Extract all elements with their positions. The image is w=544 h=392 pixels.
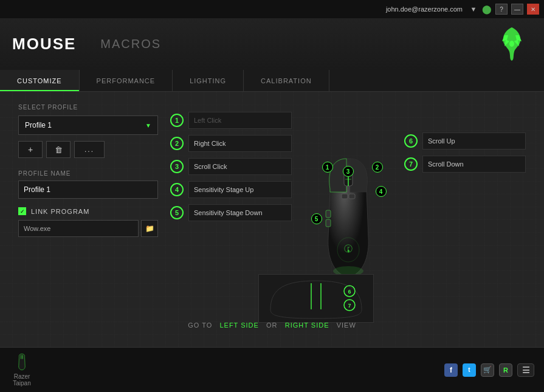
main-content: SELECT PROFILE Profile 1 ▼ + 🗑 ... PROFI…: [0, 92, 544, 347]
button-num-1: 1: [170, 114, 184, 127]
svg-rect-9: [326, 219, 331, 227]
profile-value: Profile 1: [25, 121, 52, 129]
goto-or: OR: [266, 322, 278, 329]
button-label-1[interactable]: Left Click: [188, 112, 292, 129]
right-button-row-6: 6 Scroll Up: [404, 131, 526, 151]
button-row-4: 4 Sensitivity Stage Up: [170, 179, 292, 200]
right-button-label-7[interactable]: Scroll Down: [422, 156, 526, 173]
button-label-4[interactable]: Sensitivity Stage Up: [188, 181, 292, 198]
profile-select[interactable]: Profile 1 ▼: [18, 115, 158, 135]
tab-customize[interactable]: CUSTOMIZE: [0, 70, 80, 91]
program-input[interactable]: [18, 220, 139, 237]
device-icon: Razer Taipan: [10, 353, 34, 387]
goto-left-link[interactable]: LEFT SIDE: [219, 322, 258, 329]
mouse-image-area: ✦ ⓡ 1 2 3 4 5 6: [304, 104, 392, 335]
svg-rect-8: [326, 210, 331, 218]
svg-rect-7: [349, 194, 355, 199]
bottom-right: f t 🛒 R ☰: [444, 363, 534, 377]
top-bar: john.doe@razerzone.com ▼ ⬤ ? — ✕: [0, 0, 544, 18]
macros-title[interactable]: MACROS: [100, 37, 161, 51]
profile-name-label: PROFILE NAME: [18, 170, 158, 177]
link-program-label: LINK PROGRAM: [31, 208, 89, 215]
mouse-button-5: 5: [311, 213, 322, 224]
right-button-label-6[interactable]: Scroll Up: [422, 132, 526, 150]
button-row-5: 5 Sensitivity Stage Down: [170, 202, 292, 223]
header: MOUSE MACROS: [0, 18, 544, 70]
device-name: Razer Taipan: [10, 373, 34, 387]
button-label-2[interactable]: Right Click: [188, 135, 292, 152]
button-label-3[interactable]: Scroll Click: [188, 158, 292, 175]
goto-prefix: GO TO: [188, 322, 212, 329]
device-mini-icon: [13, 353, 31, 371]
button-row-2: 2 Right Click: [170, 133, 292, 154]
button-label-5[interactable]: Sensitivity Stage Down: [188, 204, 292, 221]
mouse-button-2: 2: [372, 162, 383, 173]
profile-buttons: + 🗑 ...: [18, 141, 158, 158]
svg-point-0: [509, 41, 514, 47]
goto-suffix: VIEW: [337, 322, 356, 329]
button-num-2: 2: [170, 137, 184, 150]
left-panel: SELECT PROFILE Profile 1 ▼ + 🗑 ... PROFI…: [18, 104, 158, 335]
right-button-row-7: 7 Scroll Down: [404, 154, 526, 174]
mouse-diagram: ✦ ⓡ 1 2 3 4 5: [309, 153, 388, 286]
button-row-1: 1 Left Click: [170, 110, 292, 131]
delete-profile-button[interactable]: 🗑: [46, 141, 71, 158]
tab-calibration[interactable]: CALIBRATION: [244, 70, 329, 91]
more-options-button[interactable]: ...: [74, 141, 105, 158]
profile-name-input[interactable]: [18, 181, 158, 199]
button-num-3: 3: [170, 160, 184, 173]
folder-icon: 📁: [145, 224, 154, 233]
razer-logo: [492, 24, 532, 64]
add-profile-button[interactable]: +: [18, 141, 43, 158]
minimize-button[interactable]: —: [511, 4, 523, 15]
right-button-num-6: 6: [404, 134, 418, 148]
button-row-3: 3 Scroll Click: [170, 156, 292, 177]
svg-text:6: 6: [348, 289, 351, 295]
link-program-row: ✓ LINK PROGRAM: [18, 207, 158, 215]
bottom-bar: Razer Taipan f t 🛒 R ☰: [0, 347, 544, 392]
button-num-4: 4: [170, 183, 184, 196]
tab-performance[interactable]: PERFORMANCE: [80, 70, 173, 91]
side-view-svg: 6 7: [261, 276, 371, 322]
help-button[interactable]: ?: [495, 4, 508, 15]
shop-icon[interactable]: 🛒: [481, 363, 494, 377]
select-profile-label: SELECT PROFILE: [18, 104, 158, 111]
app-title: MOUSE: [12, 35, 76, 53]
goto-right-link[interactable]: RIGHT SIDE: [285, 322, 329, 329]
tab-lighting[interactable]: LIGHTING: [173, 70, 244, 91]
checkmark-icon: ✓: [20, 208, 25, 215]
twitter-icon[interactable]: t: [463, 363, 476, 377]
razer-social-icon[interactable]: R: [499, 363, 512, 377]
close-button[interactable]: ✕: [527, 4, 539, 15]
nav-tabs: CUSTOMIZE PERFORMANCE LIGHTING CALIBRATI…: [0, 70, 544, 92]
globe-icon: ⬤: [482, 4, 492, 14]
mouse-button-1: 1: [322, 162, 333, 173]
side-view-panel: 6 7: [258, 274, 374, 323]
right-button-num-7: 7: [404, 157, 418, 171]
program-input-row: 📁: [18, 220, 158, 237]
dropdown-icon[interactable]: ▼: [469, 4, 478, 14]
trash-icon: 🗑: [55, 145, 63, 154]
facebook-icon[interactable]: f: [444, 363, 458, 377]
browse-folder-button[interactable]: 📁: [141, 220, 158, 237]
svg-text:ⓡ: ⓡ: [344, 244, 353, 253]
user-email: john.doe@razerzone.com: [386, 5, 463, 13]
mouse-button-3: 3: [343, 166, 354, 177]
mouse-button-4: 4: [376, 186, 387, 197]
link-program-checkbox[interactable]: ✓: [18, 207, 26, 215]
right-panel: 6 Scroll Up 7 Scroll Down: [404, 104, 526, 335]
go-to-row: GO TO LEFT SIDE OR RIGHT SIDE VIEW: [188, 322, 356, 329]
svg-text:7: 7: [348, 303, 351, 309]
svg-rect-6: [342, 194, 348, 199]
button-num-5: 5: [170, 206, 184, 219]
profile-dropdown-arrow: ▼: [145, 122, 151, 129]
menu-icon[interactable]: ☰: [517, 363, 534, 377]
